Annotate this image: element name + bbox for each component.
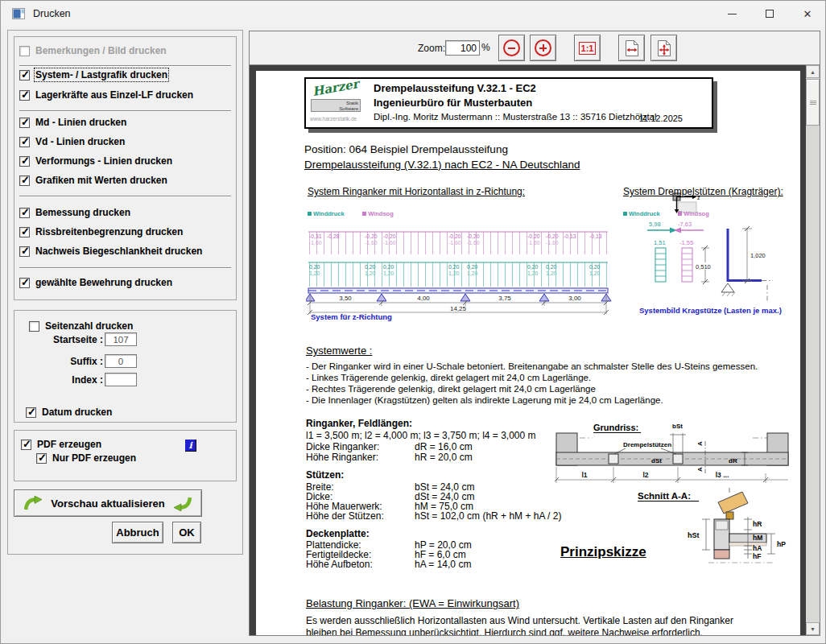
biegeschlankheit-checkbox[interactable]: [19, 246, 30, 257]
checkbox-label[interactable]: Lagerkräfte aus Einzel-LF drucken: [35, 89, 193, 101]
scroll-up-icon[interactable]: ▲: [806, 65, 820, 78]
checkbox-label[interactable]: System- / Lastgrafik drucken: [35, 69, 167, 80]
checkbox-label[interactable]: gewählte Bewehrung drucken: [35, 277, 172, 288]
span-dim: 3,50: [339, 295, 352, 302]
scrollbar-thumb[interactable]: [806, 79, 820, 126]
deckenplatte-heading: Deckenplatte:: [306, 528, 370, 539]
druck-value-max: 1,20: [467, 270, 477, 276]
data-row: Höhe Ringanker:hR = 20,0 cm: [306, 452, 473, 463]
checkbox-label[interactable]: Datum drucken: [42, 407, 112, 418]
seitenzahl-checkbox[interactable]: [29, 321, 39, 332]
checkbox-label[interactable]: PDF erzeugen: [37, 439, 101, 450]
row-label: Höhe der Stützen:: [306, 510, 415, 522]
close-icon[interactable]: ✕: [791, 4, 824, 23]
checkbox-label[interactable]: Nachweis Biegeschlankheit drucken: [35, 246, 202, 257]
prinzipskizze-label: Prinzipskizze: [560, 544, 646, 560]
dst-label: dSt: [651, 457, 662, 464]
systemgrafik-checkbox[interactable]: [19, 70, 30, 80]
md-linien-checkbox[interactable]: [19, 118, 30, 128]
druck-value-max: 1,20: [448, 270, 459, 276]
checkbox-row: PDF erzeugen: [21, 439, 101, 450]
bemessung-checkbox[interactable]: [19, 208, 30, 218]
druck-value: 0,20: [467, 264, 477, 270]
ha-label: hA: [753, 544, 762, 552]
preview-toolbar: Zoom: % 1:1: [250, 31, 820, 65]
zoom-in-button[interactable]: [530, 35, 556, 61]
button-label: Abbruch: [116, 526, 159, 539]
sog-value-max: -1,60: [309, 240, 322, 246]
load-height-dim: 0,510: [696, 263, 711, 270]
app-icon: [12, 8, 25, 19]
checkbox-row: Nachweis Biegeschlankheit drucken: [19, 246, 202, 257]
zoom-actual-size-button[interactable]: 1:1: [574, 35, 601, 61]
titlebar: Drucken ✕: [1, 1, 825, 27]
index-label: Index :: [23, 374, 103, 386]
ringanker-lengths: l1 = 3,500 m; l2 = 4,000 m; l3 = 3,750 m…: [306, 430, 536, 441]
checkbox-label[interactable]: Seitenzahl drucken: [45, 320, 133, 332]
fit-width-button[interactable]: [618, 35, 645, 61]
nur-pdf-checkbox[interactable]: [36, 453, 47, 464]
druck-value-max: 1,20: [365, 270, 375, 276]
startseite-input[interactable]: [105, 332, 137, 346]
ok-button[interactable]: OK: [172, 522, 201, 543]
zoom-out-button[interactable]: [498, 35, 525, 61]
checkbox-label[interactable]: Grafiken mit Werten drucken: [35, 175, 167, 186]
zoom-input[interactable]: [445, 40, 480, 56]
data-row: Höhe der Stützen:hSt = 102,0 cm (hR + hM…: [306, 510, 561, 522]
hr-label: hR: [753, 520, 762, 528]
beam-load-diagram: -0,31 -0,28 -0,20 -0,20 -0,20 -0,20 -0,2…: [306, 222, 612, 320]
sys-z-legend: Winddruck Windsog: [308, 204, 408, 219]
rissbreiten-checkbox[interactable]: [19, 227, 30, 237]
checkbox-row: System- / Lastgrafik drucken: [19, 69, 167, 80]
info-icon[interactable]: i: [185, 440, 196, 452]
data-row: Dicke Ringanker:dR = 16,0 cm: [306, 441, 473, 452]
bewehrung-checkbox[interactable]: [19, 278, 30, 288]
checkbox-label[interactable]: Md - Linien drucken: [35, 117, 126, 128]
systemwerte-item: - Rechtes Trägerende gelenkig, direkt ge…: [306, 384, 596, 394]
datum-checkbox[interactable]: [26, 407, 36, 418]
maximize-icon[interactable]: [754, 4, 786, 23]
druck-value-max: 1,20: [309, 270, 320, 276]
hst-label: hSt: [688, 531, 700, 539]
checkbox-label[interactable]: Vd - Linien drucken: [35, 136, 125, 147]
schnitt-sketch: Schnitt A-A: hSt hR hM hA hF hP: [634, 488, 799, 568]
vd-linien-checkbox[interactable]: [19, 137, 30, 147]
sog-value: -0,20: [546, 233, 559, 239]
document-header-box: Harzer Statik Software www.harzerstatik.…: [304, 77, 713, 129]
logo-script-text: Harzer: [312, 76, 360, 99]
windsog-legend-label: Windsog: [684, 210, 709, 217]
checkbox-row: Vd - Linien drucken: [19, 136, 125, 147]
print-dialog-window: Drucken ✕ Bemerkungen / Bild drucken Sys…: [0, 0, 826, 644]
verformungs-checkbox[interactable]: [19, 156, 30, 167]
winddruck-swatch: [308, 212, 312, 216]
checkbox-label[interactable]: Verformungs - Linien drucken: [35, 155, 172, 167]
plus-circle-icon: [535, 39, 551, 56]
vertical-scrollbar[interactable]: ▲ ▼: [806, 65, 820, 635]
one-to-one-icon: 1:1: [579, 42, 597, 55]
sys-z-heading: System Ringanker mit Horizontallast in z…: [308, 186, 525, 197]
line-load-druck: 1,51: [654, 239, 666, 246]
sog-value: -0,13: [589, 233, 602, 239]
scroll-down-icon[interactable]: ▼: [806, 622, 820, 635]
index-input[interactable]: [105, 373, 137, 386]
total-dim: 14,25: [450, 305, 467, 312]
sog-value-max: -1,60: [365, 240, 378, 246]
abbruch-button[interactable]: Abbruch: [112, 522, 163, 543]
suffix-input[interactable]: [105, 354, 137, 368]
checkbox-label[interactable]: Rissbreitenbegrenzung drucken: [35, 226, 183, 237]
fit-page-icon: [656, 39, 672, 57]
grafiken-werte-checkbox[interactable]: [19, 175, 30, 186]
checkbox-label[interactable]: Bemessung drucken: [35, 207, 130, 218]
span-dim: 3,00: [568, 295, 581, 302]
druck-value-max: 1,20: [527, 270, 538, 276]
cantilever-diagram: 5,98 -7,63 1,51 -1,55 0,510: [625, 219, 798, 309]
vorschau-aktualisieren-button[interactable]: Vorschau aktualisieren: [14, 489, 202, 517]
section-a-label: A: [696, 467, 704, 472]
pdf-checkbox[interactable]: [21, 440, 31, 450]
checkbox-label[interactable]: Nur PDF erzeugen: [52, 452, 136, 464]
drempelstuetzen-label: Drempelstützen: [623, 441, 671, 448]
minimize-icon[interactable]: [716, 4, 748, 23]
lagerkraefte-checkbox[interactable]: [19, 90, 30, 101]
zoom-label: Zoom:: [418, 43, 445, 54]
fit-page-button[interactable]: [650, 35, 677, 61]
